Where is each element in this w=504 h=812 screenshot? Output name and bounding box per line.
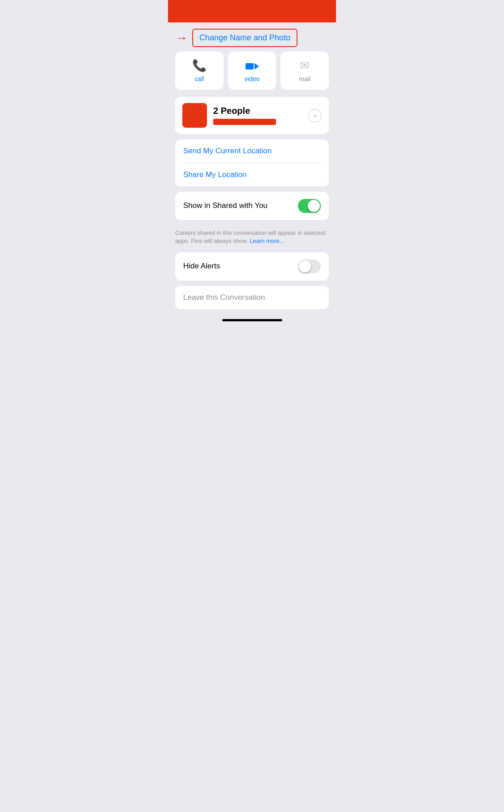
arrow-icon: → <box>175 32 188 44</box>
hide-alerts-label: Hide Alerts <box>183 262 220 271</box>
mail-button[interactable]: ✉ mail <box>280 52 329 90</box>
shared-with-you-caption: Content shared in this conversation will… <box>168 225 336 252</box>
people-names-redacted <box>213 119 276 125</box>
header-section: → Change Name and Photo <box>168 22 336 52</box>
hide-alerts-knob <box>299 260 311 272</box>
leave-conversation-button[interactable]: Leave this Conversation <box>175 286 329 309</box>
shared-with-you-row: Show in Shared with You <box>175 192 329 220</box>
toggle-slider-on <box>298 199 321 213</box>
video-label: video <box>245 75 259 82</box>
video-icon <box>246 59 259 73</box>
shared-with-you-card: Show in Shared with You <box>175 192 329 220</box>
people-chevron-button[interactable]: › <box>308 109 322 122</box>
people-info: 2 People <box>213 106 308 125</box>
share-my-location-button[interactable]: Share My Location <box>175 163 329 186</box>
chevron-icon: › <box>314 112 316 119</box>
send-current-location-button[interactable]: Send My Current Location <box>175 139 329 163</box>
call-label: call <box>194 75 204 82</box>
top-bar <box>168 0 336 22</box>
shared-with-you-toggle[interactable] <box>298 199 321 213</box>
hide-alerts-slider <box>298 259 321 273</box>
red-arrow-indicator: → <box>175 32 188 44</box>
mail-label: mail <box>299 75 310 82</box>
people-avatar <box>182 103 207 128</box>
home-indicator <box>168 315 336 325</box>
people-count: 2 People <box>213 106 308 116</box>
shared-with-you-label: Show in Shared with You <box>183 201 267 210</box>
learn-more-link[interactable]: Learn more... <box>250 238 284 244</box>
call-icon: 📞 <box>192 59 207 73</box>
mail-icon: ✉ <box>300 59 310 73</box>
people-card-inner[interactable]: 2 People › <box>175 97 329 134</box>
home-bar <box>222 319 282 321</box>
people-card: 2 People › <box>175 97 329 134</box>
leave-conversation-card: Leave this Conversation <box>175 286 329 309</box>
change-name-button[interactable]: Change Name and Photo <box>192 29 297 47</box>
hide-alerts-card: Hide Alerts <box>175 252 329 281</box>
hide-alerts-toggle[interactable] <box>298 259 321 273</box>
location-card: Send My Current Location Share My Locati… <box>175 139 329 186</box>
hide-alerts-row: Hide Alerts <box>175 252 329 281</box>
call-button[interactable]: 📞 call <box>175 52 224 90</box>
video-button[interactable]: video <box>228 52 276 90</box>
action-buttons-row: 📞 call video ✉ mail <box>168 52 336 97</box>
toggle-knob <box>308 200 320 212</box>
